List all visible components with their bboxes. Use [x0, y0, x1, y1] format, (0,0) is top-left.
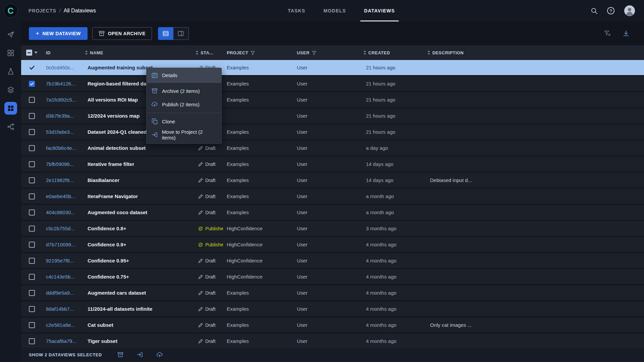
column-header-name[interactable]: NAME [84, 50, 195, 55]
id-link[interactable]: 0c0cd450c... [46, 65, 74, 70]
table-row[interactable]: d7b710099...Confidence 0.9+PublishedHigh… [21, 237, 644, 252]
publish-selected-icon[interactable] [156, 352, 163, 358]
id-link[interactable]: d7b710099... [46, 242, 75, 247]
select-all-checkbox[interactable] [26, 50, 32, 56]
table-row[interactable]: 7b19b4126...Region-based filtered dataDr… [21, 76, 644, 91]
tab-tasks[interactable]: TASKS [288, 0, 305, 21]
row-checkbox[interactable] [29, 81, 35, 87]
move-selected-icon[interactable] [137, 352, 143, 358]
id-link[interactable]: 92195e7f6... [46, 258, 74, 263]
column-label-name: NAME [90, 50, 103, 55]
id-link[interactable]: 404c88030... [46, 209, 75, 215]
row-checkbox[interactable] [29, 97, 35, 103]
id-link[interactable]: d3b7fe39a... [46, 113, 74, 119]
table-row[interactable]: 75acaf6a79...Tiger subsetDraftExamplesUs… [21, 334, 644, 347]
card-view-button[interactable] [173, 27, 189, 40]
table-view-button[interactable] [158, 27, 173, 40]
id-link[interactable]: e0aebe40b... [46, 193, 75, 199]
menu-item-move-to-project[interactable]: Move to Project (2 items) [147, 128, 221, 141]
search-icon[interactable] [591, 7, 598, 14]
row-checkbox[interactable] [29, 65, 35, 70]
breadcrumb-projects[interactable]: PROJECTS [29, 8, 56, 13]
row-checkbox[interactable] [29, 290, 35, 296]
table-row[interactable]: e0aebe40b...IteraFrame NavigatorDraftExa… [21, 189, 644, 204]
table-row[interactable]: 92195e7f6...Confidence 0.95+DraftHighCon… [21, 253, 644, 268]
new-dataview-button[interactable]: + NEW DATAVIEW [29, 27, 88, 40]
table-row[interactable]: 0c0cd450c...Augmented training subsetDra… [21, 60, 644, 75]
row-checkbox[interactable] [29, 274, 35, 280]
row-checkbox[interactable] [29, 145, 35, 151]
row-checkbox[interactable] [29, 193, 35, 199]
tab-dataviews[interactable]: DATAVIEWS [364, 0, 395, 21]
id-link[interactable]: 75acaf6a79... [46, 338, 76, 344]
selection-count-label[interactable]: SHOW 2 DATAVIEWS SELECTED [29, 352, 102, 357]
table-row[interactable]: 404c88030...Augmented coco datasetDraftE… [21, 205, 644, 220]
column-header-created[interactable]: CREATED [363, 50, 427, 55]
table-row[interactable]: 7bfb59096...Iterative frame filterDraftE… [21, 157, 644, 172]
id-link[interactable]: fac60b6c4e... [46, 145, 76, 151]
select-dropdown-caret[interactable] [34, 52, 38, 54]
column-header-description[interactable]: DESCRIPTION [427, 50, 644, 55]
column-header-id[interactable]: ID [43, 50, 84, 55]
sort-icon[interactable] [195, 50, 199, 55]
menu-item-clone[interactable]: Clone [147, 115, 221, 128]
sidebar-item-datasets[interactable] [4, 83, 17, 96]
filter-icon[interactable] [312, 51, 316, 55]
breadcrumb-current[interactable]: All Dataviews [64, 8, 96, 14]
row-checkbox[interactable] [29, 209, 35, 216]
menu-item-publish[interactable]: Publish (2 items) [147, 98, 221, 111]
row-checkbox[interactable] [29, 129, 35, 135]
id-link[interactable]: 7a1fc892c5... [46, 97, 76, 103]
column-header-user[interactable]: USER [293, 50, 363, 55]
download-icon[interactable] [623, 30, 629, 37]
clear-filters-icon[interactable] [604, 30, 611, 37]
row-checkbox[interactable] [29, 338, 35, 344]
sidebar-item-experiments[interactable] [4, 65, 17, 78]
menu-item-archive[interactable]: Archive (2 items) [147, 84, 221, 98]
row-checkbox[interactable] [29, 258, 35, 264]
row-checkbox[interactable] [29, 226, 35, 232]
row-checkbox[interactable] [29, 306, 35, 312]
tab-models[interactable]: MODELS [323, 0, 346, 21]
id-link[interactable]: 53d1fa6e3... [46, 129, 74, 135]
table-row[interactable]: fac60b6c4e...Animal detection subsetDraf… [21, 140, 644, 156]
column-header-project[interactable]: PROJECT [223, 50, 293, 55]
sidebar-item-getting-started[interactable] [4, 28, 17, 41]
table-row[interactable]: 7a1fc892c5...All versions ROI MapDraftEx… [21, 92, 644, 107]
id-link[interactable]: 8daf14bb7... [46, 306, 74, 312]
row-checkbox[interactable] [29, 161, 35, 167]
id-link[interactable]: 7b19b4126... [46, 81, 75, 86]
table-row[interactable]: dddf9e5a9...Augmented cars datasetDraftE… [21, 285, 644, 300]
sidebar-item-hyper-datasets[interactable] [4, 102, 17, 115]
id-link[interactable]: c5c2b755d... [46, 226, 75, 231]
row-checkbox[interactable] [29, 322, 35, 328]
table-row[interactable]: c2e581a9e...Cat subsetDraftExamplesUser4… [21, 317, 644, 333]
sort-icon[interactable] [85, 50, 88, 55]
clearml-logo[interactable]: C [4, 4, 18, 18]
id-link[interactable]: c2e581a9e... [46, 322, 75, 328]
id-link[interactable]: 2e11982f9... [46, 177, 73, 183]
open-archive-button[interactable]: OPEN ARCHIVE [92, 27, 152, 40]
avatar[interactable] [624, 5, 635, 16]
id-link[interactable]: 7bfb59096... [46, 161, 74, 167]
id-link[interactable]: dddf9e5a9... [46, 290, 74, 296]
help-icon[interactable]: ? [607, 7, 614, 14]
id-link[interactable]: c4c143e5b... [46, 274, 75, 280]
archive-selected-icon[interactable] [117, 352, 123, 358]
menu-item-details[interactable]: Details [147, 68, 221, 83]
row-checkbox[interactable] [29, 242, 35, 248]
sort-icon[interactable] [363, 50, 367, 55]
sidebar-item-pipelines[interactable] [4, 120, 17, 133]
table-row[interactable]: c5c2b755d...Confidence 0.8+PublishedHigh… [21, 221, 644, 236]
table-row[interactable]: d3b7fe39a...12/2024 versions mapDraftUse… [21, 108, 644, 123]
column-header-status[interactable]: STA... [195, 50, 223, 55]
filter-icon[interactable] [251, 51, 255, 55]
table-row[interactable]: 53d1fa6e3...Dataset 2024-Q1 cleanedDraft… [21, 124, 644, 139]
row-checkbox[interactable] [29, 113, 35, 119]
sidebar-item-projects[interactable] [4, 47, 17, 59]
table-row[interactable]: c4c143e5b...Confidence 0.75+DraftHighCon… [21, 269, 644, 284]
row-checkbox[interactable] [29, 177, 35, 183]
table-row[interactable]: 2e11982f9...BiasBalancerDraftExamplesUse… [21, 173, 644, 188]
table-row[interactable]: 8daf14bb7...11/2024-all datasets infinit… [21, 301, 644, 316]
sort-icon[interactable] [427, 50, 431, 55]
